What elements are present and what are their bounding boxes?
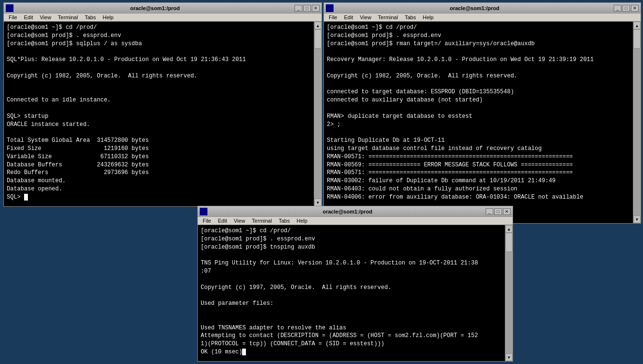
menu-tabs-2[interactable]: Tabs xyxy=(402,14,419,21)
cursor-3 xyxy=(242,349,246,355)
scroll-down-btn-2[interactable]: ▼ xyxy=(633,215,641,223)
menu-edit-3[interactable]: Edit xyxy=(215,217,230,224)
title-bar-2: oracle@som1:/prod _ □ ✕ xyxy=(324,3,641,13)
window-controls-1[interactable]: _ □ ✕ xyxy=(295,5,320,12)
terminal-window-2[interactable]: oracle@som1:/prod _ □ ✕ File Edit View T… xyxy=(323,2,641,224)
title-bar-3: oracle@som1:/prod _ □ ✕ xyxy=(198,206,513,217)
menu-file-2[interactable]: File xyxy=(326,14,340,21)
scroll-up-btn-2[interactable]: ▲ xyxy=(633,22,641,29)
scroll-down-btn-3[interactable]: ▼ xyxy=(505,353,513,361)
title-bar-1: oracle@som1:/prod _ □ ✕ xyxy=(4,3,322,13)
menu-tabs-1[interactable]: Tabs xyxy=(82,14,99,21)
terminal-title-2: oracle@som1:/prod xyxy=(335,5,614,11)
scrollbar-1[interactable]: ▲ ▼ xyxy=(314,22,322,206)
terminal-body-2: [oracle@som1 ~]$ cd /prod/ [oracle@som1 … xyxy=(324,22,641,223)
menu-view-1[interactable]: View xyxy=(37,14,54,21)
scrollbar-track-3[interactable] xyxy=(505,233,513,353)
menu-tabs-3[interactable]: Tabs xyxy=(276,217,293,224)
menu-file-3[interactable]: File xyxy=(200,217,214,224)
terminal-content-1[interactable]: [oracle@som1 ~]$ cd /prod/ [oracle@som1 … xyxy=(4,22,314,206)
scrollbar-thumb-3[interactable] xyxy=(505,233,513,252)
terminal-window-3[interactable]: oracle@som1:/prod _ □ ✕ File Edit View T… xyxy=(197,206,513,362)
menu-file-1[interactable]: File xyxy=(6,14,20,21)
cursor-1 xyxy=(24,194,28,201)
menu-help-1[interactable]: Help xyxy=(100,14,116,21)
terminal-body-3: [oracle@som1 ~]$ cd /prod/ [oracle@som1 … xyxy=(198,225,513,361)
minimize-btn-2[interactable]: _ xyxy=(614,5,621,12)
scrollbar-thumb-1[interactable] xyxy=(314,29,322,49)
scrollbar-3[interactable]: ▲ ▼ xyxy=(505,225,513,361)
terminal-title-1: oracle@som1:/prod xyxy=(15,5,295,11)
scrollbar-2[interactable]: ▲ ▼ xyxy=(633,22,641,223)
window-icon-3 xyxy=(200,208,207,215)
menu-terminal-2[interactable]: Terminal xyxy=(375,14,401,21)
menu-help-3[interactable]: Help xyxy=(294,217,310,224)
menu-bar-3: File Edit View Terminal Tabs Help xyxy=(198,217,513,225)
terminal-content-3[interactable]: [oracle@som1 ~]$ cd /prod/ [oracle@som1 … xyxy=(198,225,505,361)
terminal-content-2[interactable]: [oracle@som1 ~]$ cd /prod/ [oracle@som1 … xyxy=(324,22,633,223)
menu-edit-2[interactable]: Edit xyxy=(341,14,356,21)
menu-view-2[interactable]: View xyxy=(357,14,374,21)
close-btn-1[interactable]: ✕ xyxy=(312,5,320,12)
menu-bar-2: File Edit View Terminal Tabs Help xyxy=(324,13,641,22)
terminal-title-3: oracle@som1:/prod xyxy=(209,209,486,214)
terminal-window-1[interactable]: oracle@som1:/prod _ □ ✕ File Edit View T… xyxy=(3,2,322,207)
window-icon-2 xyxy=(326,4,334,12)
scroll-down-btn-1[interactable]: ▼ xyxy=(314,199,322,206)
scrollbar-track-1[interactable] xyxy=(314,29,322,199)
minimize-btn-1[interactable]: _ xyxy=(295,5,302,12)
menu-help-2[interactable]: Help xyxy=(420,14,437,21)
menu-view-3[interactable]: View xyxy=(231,217,248,224)
window-controls-2[interactable]: _ □ ✕ xyxy=(614,5,639,12)
window-icon-1 xyxy=(6,4,13,12)
close-btn-3[interactable]: ✕ xyxy=(503,208,511,215)
menu-edit-1[interactable]: Edit xyxy=(21,14,36,21)
scroll-up-btn-1[interactable]: ▲ xyxy=(314,22,322,29)
close-btn-2[interactable]: ✕ xyxy=(631,5,639,12)
window-controls-3[interactable]: _ □ ✕ xyxy=(486,208,511,215)
scrollbar-track-2[interactable] xyxy=(633,29,641,215)
menu-terminal-1[interactable]: Terminal xyxy=(55,14,81,21)
maximize-btn-2[interactable]: □ xyxy=(622,5,630,12)
menu-terminal-3[interactable]: Terminal xyxy=(249,217,275,224)
scrollbar-thumb-2[interactable] xyxy=(633,29,641,49)
scroll-up-btn-3[interactable]: ▲ xyxy=(505,225,513,233)
maximize-btn-1[interactable]: □ xyxy=(303,5,311,12)
minimize-btn-3[interactable]: _ xyxy=(486,208,493,215)
maximize-btn-3[interactable]: □ xyxy=(494,208,502,215)
menu-bar-1: File Edit View Terminal Tabs Help xyxy=(4,13,322,22)
terminal-body-1: [oracle@som1 ~]$ cd /prod/ [oracle@som1 … xyxy=(4,22,322,206)
